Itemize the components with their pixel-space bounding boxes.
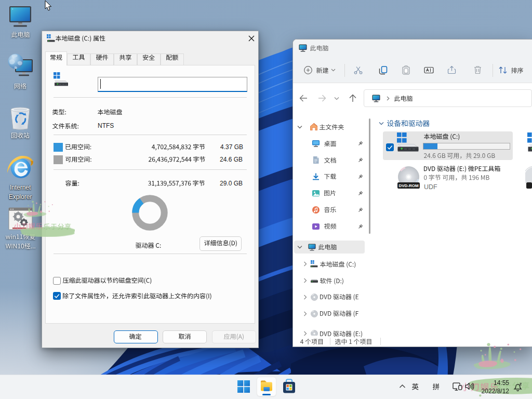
svg-text:DVD-ROM: DVD-ROM [398,183,419,188]
